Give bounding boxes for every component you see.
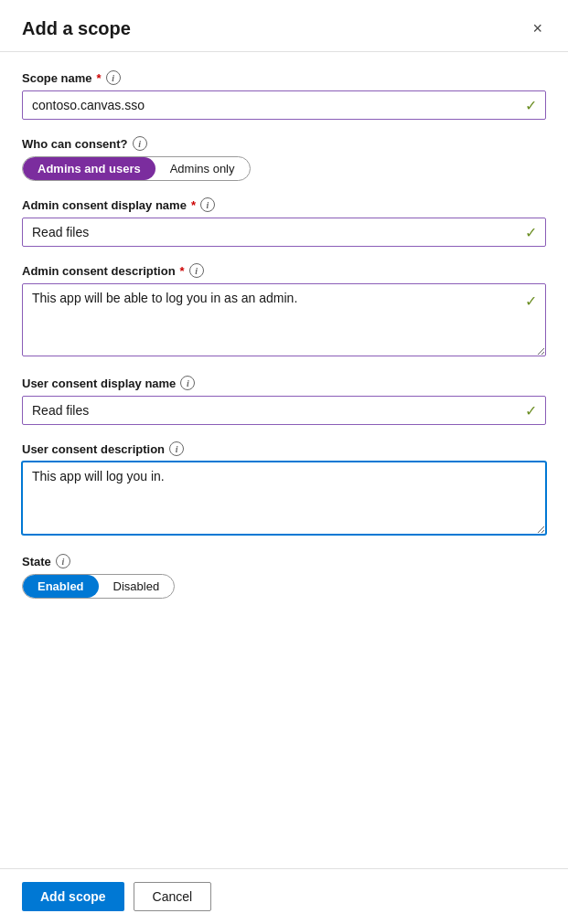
user-consent-display-name-info-icon[interactable]: i: [180, 376, 195, 390]
toggle-admins-users[interactable]: Admins and users: [23, 157, 155, 180]
user-consent-description-info-icon[interactable]: i: [169, 441, 184, 456]
admin-consent-display-name-info-icon[interactable]: i: [200, 197, 215, 212]
scope-name-info-icon[interactable]: i: [106, 70, 121, 85]
toggle-enabled[interactable]: Enabled: [23, 575, 99, 598]
modal-title: Add a scope: [22, 18, 131, 39]
admin-consent-description-textarea-wrapper: This app will be able to log you in as a…: [22, 283, 546, 359]
user-consent-description-textarea[interactable]: This app will log you in.: [22, 462, 546, 535]
admin-consent-display-name-group: Admin consent display name * i ✓: [22, 197, 546, 247]
toggle-disabled[interactable]: Disabled: [99, 575, 175, 598]
admin-consent-description-textarea[interactable]: This app will be able to log you in as a…: [22, 283, 546, 356]
scope-name-check-icon: ✓: [525, 97, 537, 114]
modal-body: Scope name * i ✓ Who can consent? i Admi…: [0, 52, 568, 868]
state-info-icon[interactable]: i: [56, 554, 70, 568]
admin-consent-display-name-input[interactable]: [22, 218, 546, 247]
toggle-admins-only[interactable]: Admins only: [155, 157, 250, 180]
scope-name-label: Scope name * i: [22, 70, 546, 85]
who-can-consent-toggle: Admins and users Admins only: [22, 156, 251, 181]
admin-consent-display-name-check-icon: ✓: [525, 224, 537, 241]
scope-name-group: Scope name * i ✓: [22, 70, 546, 120]
state-group: State i Enabled Disabled: [22, 554, 546, 599]
user-consent-display-name-check-icon: ✓: [525, 402, 537, 420]
required-star-3: *: [180, 264, 185, 278]
user-consent-display-name-input[interactable]: [22, 396, 546, 425]
user-consent-description-group: User consent description i This app will…: [22, 441, 546, 537]
admin-consent-description-info-icon[interactable]: i: [189, 263, 204, 278]
state-toggle: Enabled Disabled: [22, 574, 175, 599]
required-star: *: [97, 71, 102, 85]
user-consent-display-name-group: User consent display name i ✓: [22, 376, 546, 425]
close-button[interactable]: ×: [529, 16, 546, 40]
state-label: State i: [22, 554, 546, 568]
add-scope-modal: Add a scope × Scope name * i ✓ Who can c…: [0, 0, 568, 924]
user-consent-display-name-label: User consent display name i: [22, 376, 546, 390]
required-star-2: *: [191, 198, 196, 212]
admin-consent-description-check-icon: ✓: [525, 292, 537, 310]
cancel-button[interactable]: Cancel: [134, 882, 212, 911]
admin-consent-description-group: Admin consent description * i This app w…: [22, 263, 546, 359]
modal-header: Add a scope ×: [0, 0, 568, 52]
scope-name-input[interactable]: [22, 90, 546, 120]
admin-consent-display-name-input-wrapper: ✓: [22, 218, 546, 247]
who-can-consent-label: Who can consent? i: [22, 136, 546, 151]
who-can-consent-group: Who can consent? i Admins and users Admi…: [22, 136, 546, 181]
admin-consent-display-name-label: Admin consent display name * i: [22, 197, 546, 212]
user-consent-description-label: User consent description i: [22, 441, 546, 456]
user-consent-description-textarea-wrapper: This app will log you in.: [22, 462, 546, 537]
who-can-consent-info-icon[interactable]: i: [133, 136, 147, 151]
scope-name-input-wrapper: ✓: [22, 90, 546, 120]
user-consent-display-name-input-wrapper: ✓: [22, 396, 546, 425]
admin-consent-description-label: Admin consent description * i: [22, 263, 546, 278]
modal-footer: Add scope Cancel: [0, 868, 568, 924]
add-scope-button[interactable]: Add scope: [22, 882, 124, 911]
